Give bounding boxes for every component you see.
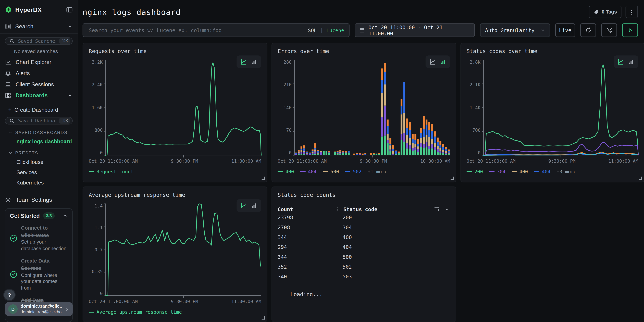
date-range-value: Oct 20 11:00:00 - Oct 21 11:00:00 [368,24,470,36]
column-header-status-code[interactable]: Status code [343,206,377,212]
step-title: Create Data Sources [21,258,50,271]
sidebar-item-nginx-logs-dashboard[interactable]: nginx logs dashboard [0,138,78,145]
resize-handle[interactable] [262,176,265,180]
column-resize-handle[interactable]: ⋮ [335,206,339,212]
bar-chart-icon[interactable] [628,59,634,65]
get-started-step-connect[interactable]: Connect to ClickHouse Set up your databa… [10,224,68,252]
resize-handle[interactable] [639,176,642,180]
collapse-sidebar-icon[interactable] [66,6,73,13]
legend-more-link[interactable]: +1 more [368,169,388,174]
saved-dashboards-input[interactable]: ⌘K [5,117,73,125]
line-chart-icon[interactable] [241,59,247,65]
create-dashboard-button[interactable]: + Create Dashboard [0,106,78,113]
bar-chart-icon[interactable] [251,59,257,65]
step-title: Connect to ClickHouse [21,225,49,238]
chart-panel-status-codes-over-time: Status codes over time 2.8K2.1K1.4K7000 [460,43,644,182]
get-started-header[interactable]: Get Started 3/3 [10,212,68,219]
dashboard-menu-button[interactable]: ⋮ [626,6,638,18]
tags-button-label: 0 Tags [602,9,617,15]
sidebar-item-chart-explorer[interactable]: Chart Explorer [0,57,78,68]
sidebar-item-team-settings[interactable]: Team Settings [0,196,78,203]
column-header-count[interactable]: Count [278,206,335,212]
presets-group-header[interactable]: PRESETS [0,150,78,156]
hyperdx-logo-icon [5,6,12,13]
check-circle-icon [10,270,17,278]
filter-button[interactable] [601,24,617,37]
event-search-bar[interactable]: SQL | Lucene [82,24,350,37]
chart-panel-avg-upstream-response: Average upstream response time 1.41.10.7… [82,186,268,322]
legend: Average upstream response time [89,309,261,315]
refresh-icon [585,27,591,33]
group-header-label: SAVED DASHBOARDS [15,130,68,135]
panel-title: Status code counts [278,192,450,198]
plot-area [294,60,450,155]
saved-dashboards-field[interactable] [17,118,56,124]
resize-handle[interactable] [450,176,454,180]
legend-item[interactable]: 502 [345,169,362,174]
sidebar-item-clickhouse[interactable]: ClickHouse [0,159,78,166]
saved-searches-input[interactable]: ⌘K [5,38,73,45]
saved-searches-field[interactable] [17,38,56,44]
tag-icon [594,9,599,15]
chart-panel-requests-over-time: Requests over time 3.2K2.4K1.6K8000 [82,43,268,182]
live-button[interactable]: Live [555,24,575,37]
sidebar-item-kubernetes[interactable]: Kubernetes [0,179,78,186]
legend-item[interactable]: 304 [489,169,506,174]
chevron-down-icon [8,130,13,135]
sidebar-item-dashboards[interactable]: Dashboards [0,90,78,101]
panel-title: Errors over time [278,48,450,54]
chart-area: 3.2K2.4K1.6K8000 [89,60,261,155]
tags-button[interactable]: 0 Tags [589,6,621,18]
sidebar-item-search[interactable]: Search [0,23,78,30]
bar-chart-icon[interactable] [251,202,257,209]
create-dashboard-label: Create Dashboard [14,107,58,113]
user-menu[interactable]: D dominic.tran@clic... dominic.tran@clic… [5,302,73,316]
get-started-step-sources[interactable]: Create Data Sources Configure where your… [10,257,68,292]
legend-label: 400 [519,169,528,174]
legend-more-link[interactable]: +3 more [557,169,576,174]
legend-item[interactable]: 200 [466,169,483,174]
legend-item[interactable]: 404 [534,169,550,174]
main-content: nginx logs dashboard 0 Tags ⋮ SQL | [78,0,644,322]
run-query-button[interactable] [622,24,638,37]
legend-label: 404 [542,169,550,174]
granularity-select[interactable]: Auto Granularity [480,24,550,37]
search-input[interactable] [88,27,304,34]
search-icon [10,118,14,123]
sql-toggle[interactable]: SQL [308,27,317,33]
resize-handle[interactable] [262,316,265,320]
shortcut-badge: ⌘K [59,118,70,124]
help-button[interactable]: ? [3,289,16,301]
panel-title: Requests over time [89,48,261,54]
legend-item[interactable]: 400 [512,169,528,174]
sidebar-item-services[interactable]: Services [0,169,78,176]
view-toggle [236,199,261,212]
legend-label: 404 [308,169,316,174]
download-icon[interactable] [444,206,450,212]
sidebar-item-alerts[interactable]: Alerts [0,68,78,79]
legend-item[interactable]: 400 [278,169,294,174]
chevron-up-icon [62,213,68,218]
plot-area [484,60,638,155]
legend-item[interactable]: Request count [89,169,134,174]
line-chart-icon[interactable] [430,59,436,65]
sidebar-item-client-sessions[interactable]: Client Sessions [0,79,78,90]
line-chart-icon[interactable] [241,202,247,209]
legend-item[interactable]: 500 [323,169,339,174]
legend-label: 400 [286,169,294,174]
legend-item[interactable]: Average upstream response time [89,309,182,315]
avatar: D [8,304,18,314]
no-saved-searches-text: No saved searches [14,48,78,54]
lucene-toggle[interactable]: Lucene [326,27,344,33]
x-axis: Oct 20 11:00:00 AM9:30:00 PM11:00:00 AM [89,158,261,164]
date-range-picker[interactable]: Oct 20 11:00:00 - Oct 21 11:00:00 [355,24,475,37]
saved-dashboards-group-header[interactable]: SAVED DASHBOARDS [0,130,78,135]
chart-area: 280210140700 [278,60,450,155]
refresh-button[interactable] [580,24,596,37]
bar-chart-icon[interactable] [440,59,446,65]
legend-item[interactable]: 404 [300,169,316,174]
table-options-icon[interactable] [434,206,440,212]
chevron-right-icon [64,307,70,312]
loading-indicator: Loading... [290,291,450,297]
line-chart-icon[interactable] [618,59,624,65]
